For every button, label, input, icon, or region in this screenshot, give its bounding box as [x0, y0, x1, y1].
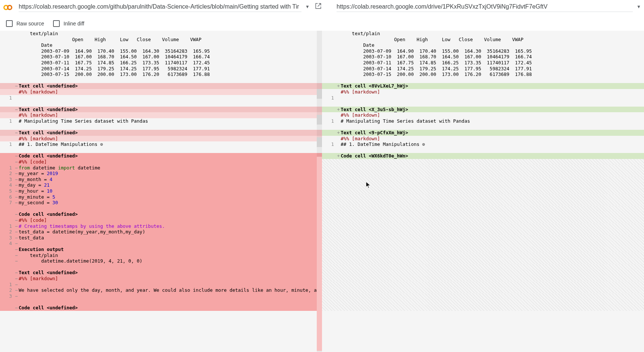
diff-line: 4− — [0, 241, 322, 247]
empty-hatch — [322, 270, 644, 276]
diff-line: Date — [322, 42, 644, 48]
diff-line: 3−test_data — [0, 235, 322, 241]
empty-hatch — [322, 165, 644, 171]
left-overview-ruler[interactable] — [317, 31, 322, 352]
svg-point-1 — [7, 6, 12, 10]
empty-hatch — [322, 282, 644, 288]
cell-line: 1# Manipulating Time Series dataset with… — [322, 118, 644, 124]
empty-hatch — [322, 264, 644, 270]
right-url-input[interactable]: https://colab.research.google.com/drive/… — [337, 2, 633, 12]
colab-logo-icon — [3, 3, 13, 12]
diff-line: 2−my_year = 2019 — [0, 171, 322, 177]
diff-line — [322, 124, 644, 130]
diff-line: Open High Low Close Volume VWAP — [322, 37, 644, 43]
cell-line: 1 — [0, 95, 322, 101]
left-pane[interactable]: text/plain Open High Low Close Volume VW… — [0, 31, 322, 352]
diff-line: 3− — [0, 293, 322, 299]
cell-header: −Code cell <undefined> — [0, 153, 322, 159]
cell-header: −Text cell <undefined> — [0, 130, 322, 136]
cell-tag: #%% [markdown] — [322, 136, 644, 142]
empty-hatch — [322, 211, 644, 217]
diff-line: 1−from datetime import datetime — [0, 165, 322, 171]
inline-diff-checkbox[interactable]: Inline diff — [53, 20, 84, 27]
raw-source-label: Raw source — [16, 21, 44, 27]
left-url-group: https://colab.research.google.com/github… — [19, 2, 323, 12]
raw-source-checkbox[interactable]: Raw source — [6, 20, 44, 27]
diff-line: 7−my_second = 30 — [0, 200, 322, 206]
left-url-dropdown-icon[interactable]: ▼ — [305, 4, 310, 9]
cell-tag: −#%% [markdown] — [0, 276, 322, 282]
diff-line: 2003-07-14 174.25 179.25 174.25 177.95 5… — [0, 66, 322, 72]
cell-header: −Text cell <undefined> — [0, 107, 322, 113]
diff-line: text/plain — [0, 31, 322, 37]
empty-hatch — [322, 188, 644, 194]
right-pane[interactable]: text/plain Open High Low Close Volume VW… — [322, 31, 644, 352]
diff-line — [0, 206, 322, 212]
options-row: Raw source Inline diff — [0, 13, 644, 31]
empty-hatch — [322, 182, 644, 188]
empty-hatch — [322, 276, 644, 282]
empty-hatch — [322, 229, 644, 235]
right-url-group: https://colab.research.google.com/drive/… — [337, 2, 641, 12]
cell-line: 1# Manipulating Time Series dataset with… — [0, 118, 322, 124]
diff-line: 2003-07-09 164.90 170.40 155.00 164.30 3… — [0, 48, 322, 54]
empty-hatch — [322, 287, 644, 293]
cell-tag: −#%% [code] — [0, 159, 322, 165]
diff-line — [0, 147, 322, 153]
diff-line — [0, 77, 322, 83]
right-url-dropdown-icon[interactable]: ▼ — [637, 4, 641, 9]
empty-hatch — [322, 247, 644, 252]
cell-header: +Text cell <8VvLXeL7_hWj> — [322, 83, 644, 89]
diff-line: 2003-07-10 167.00 168.70 164.50 167.00 1… — [322, 54, 644, 60]
diff-line: − datetime.datetime(2019, 4, 21, 0, 0) — [0, 258, 322, 264]
empty-hatch — [322, 200, 644, 206]
checkbox-icon — [6, 20, 13, 27]
cell-header: −Text cell <undefined> — [0, 83, 322, 89]
empty-hatch — [322, 252, 644, 258]
cell-line: 1## 1. DateTime Manipulations ⊙ — [322, 141, 644, 147]
diff-line: 2003-07-15 200.00 200.00 173.00 176.20 6… — [0, 71, 322, 77]
diff-line: 6−my_minute = 5 — [0, 194, 322, 200]
inline-diff-label: Inline diff — [64, 21, 84, 27]
diff-area: text/plain Open High Low Close Volume VW… — [0, 31, 644, 352]
cell-tag: #%% [markdown] — [322, 89, 644, 95]
diff-line — [322, 147, 644, 153]
cell-tag: #%% [markdown] — [322, 112, 644, 118]
diff-line — [322, 77, 644, 83]
diff-line: 2003-07-15 200.00 200.00 173.00 176.20 6… — [322, 71, 644, 77]
diff-line: 2003-07-10 167.00 168.70 164.50 167.00 1… — [0, 54, 322, 60]
cell-tag: #%% [markdown] — [0, 112, 322, 118]
exec-header: −Execution output — [0, 247, 322, 252]
empty-hatch — [322, 305, 644, 311]
diff-line: 2003-07-11 167.75 174.85 166.25 173.35 1… — [322, 60, 644, 66]
cell-tag: −#%% [code] — [0, 217, 322, 223]
diff-line: 2−test_data = datetime(my_year,my_month,… — [0, 229, 322, 235]
empty-hatch — [322, 299, 644, 305]
diff-line — [0, 299, 322, 305]
cell-tag: #%% [markdown] — [0, 89, 322, 95]
empty-hatch — [322, 217, 644, 223]
diff-line: 2003-07-11 167.75 174.85 166.25 173.35 1… — [0, 60, 322, 66]
diff-line: Date — [0, 42, 322, 48]
empty-hatch — [322, 159, 644, 165]
cell-header: −Code cell <undefined> — [0, 211, 322, 217]
empty-hatch — [322, 235, 644, 241]
diff-line: 5−my_hour = 10 — [0, 188, 322, 194]
empty-hatch — [322, 223, 644, 229]
open-external-icon[interactable] — [313, 3, 323, 11]
empty-hatch — [322, 177, 644, 183]
empty-hatch — [322, 293, 644, 299]
cell-line: 1## 1. DateTime Manipulations ⊙ — [0, 141, 322, 147]
diff-line — [322, 101, 644, 107]
checkbox-icon — [53, 20, 60, 27]
diff-line: 2003-07-09 164.90 170.40 155.00 164.30 3… — [322, 48, 644, 54]
diff-line: 1−# Creating timestamps by using the abo… — [0, 223, 322, 229]
diff-line: Open High Low Close Volume VWAP — [0, 37, 322, 43]
header-bar: https://colab.research.google.com/github… — [0, 0, 644, 13]
cell-header: +Text cell <X_3u5-sb_hWj> — [322, 107, 644, 113]
diff-line: 2−We have selected only the day, month, … — [0, 287, 322, 293]
diff-line — [0, 124, 322, 130]
left-url-input[interactable]: https://colab.research.google.com/github… — [19, 2, 301, 12]
diff-line — [0, 264, 322, 270]
diff-line: 4−my_day = 21 — [0, 182, 322, 188]
